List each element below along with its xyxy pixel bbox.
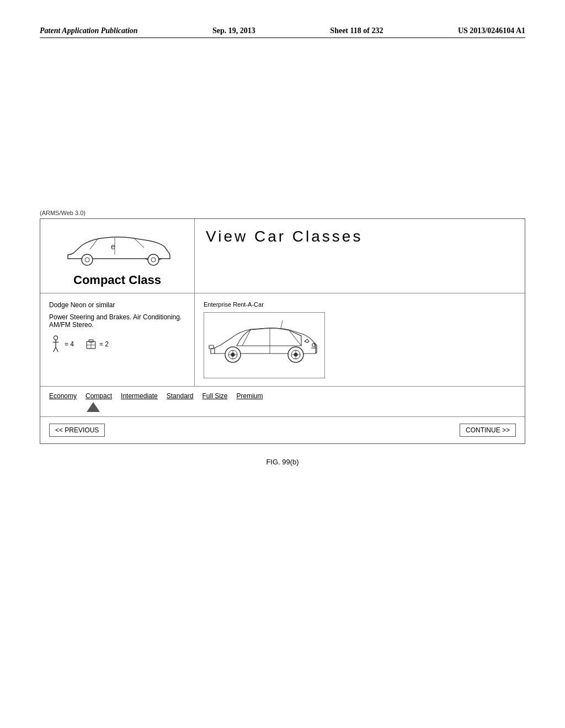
right-panel: View Car Classes	[195, 219, 525, 293]
selection-arrow-icon	[87, 402, 100, 412]
car-class-nav: Economy Compact Intermediate Standard Fu…	[49, 392, 516, 400]
nav-fullsize[interactable]: Full Size	[202, 392, 227, 400]
svg-line-32	[281, 320, 282, 328]
car-silhouette-icon: e	[62, 224, 173, 269]
left-details: Dodge Neon or similar Power Steering and…	[40, 293, 195, 386]
person-icon	[49, 335, 62, 353]
car-description: Dodge Neon or similar	[49, 301, 185, 309]
luggage-icon	[85, 338, 97, 351]
svg-line-12	[56, 347, 58, 352]
compact-class-title: Compact Class	[73, 273, 161, 287]
sheet-info: Sheet 118 of 232	[330, 26, 383, 35]
car-image-box	[204, 312, 325, 378]
nav-row: Economy Compact Intermediate Standard Fu…	[40, 387, 525, 417]
continue-button[interactable]: CONTINUE >>	[460, 424, 516, 437]
nav-premium[interactable]: Premium	[236, 392, 263, 400]
nav-standard[interactable]: Standard	[167, 392, 194, 400]
passengers-count: = 4	[65, 340, 74, 348]
svg-point-3	[148, 254, 159, 265]
previous-button[interactable]: << PREVIOUS	[49, 424, 105, 437]
nav-compact[interactable]: Compact	[86, 392, 112, 400]
view-car-classes-title: View Car Classes	[206, 228, 514, 245]
patent-number: US 2013/0246104 A1	[458, 26, 525, 35]
left-panel: e Compact Class	[40, 219, 195, 293]
nav-intermediate[interactable]: Intermediate	[121, 392, 158, 400]
detailed-car-icon	[206, 315, 322, 376]
luggage-count: = 2	[99, 340, 109, 348]
figure-caption: FIG. 99(b)	[40, 458, 525, 466]
car-icons-row: = 4 = 2	[49, 335, 185, 353]
svg-point-5	[82, 254, 93, 265]
ui-container: e Compact Class View Car Classes Dodge N…	[40, 218, 525, 444]
svg-text:e: e	[111, 242, 115, 251]
car-features: Power Steering and Brakes. Air Condition…	[49, 313, 185, 329]
middle-row: Dodge Neon or similar Power Steering and…	[40, 293, 525, 387]
content-area: (ARMS/Web 3.0)	[40, 210, 525, 444]
nav-economy[interactable]: Economy	[49, 392, 77, 400]
svg-point-8	[54, 336, 57, 340]
publication-label: Patent Application Publication	[40, 26, 138, 35]
car-silhouette-area: e	[62, 224, 173, 269]
svg-rect-21	[209, 345, 214, 349]
nav-arrow-row	[49, 402, 516, 414]
arms-label: (ARMS/Web 3.0)	[40, 210, 525, 216]
luggage-icon-group: = 2	[85, 338, 109, 351]
enterprise-label: Enterprise Rent-A-Car	[204, 301, 516, 308]
page-header: Patent Application Publication Sep. 19, …	[40, 26, 525, 38]
svg-line-11	[54, 347, 56, 352]
right-car-image: Enterprise Rent-A-Car	[195, 293, 525, 386]
header-date: Sep. 19, 2013	[212, 26, 255, 35]
top-row: e Compact Class View Car Classes	[40, 219, 525, 293]
buttons-row: << PREVIOUS CONTINUE >>	[40, 417, 525, 443]
person-icon-group: = 4	[49, 335, 74, 353]
